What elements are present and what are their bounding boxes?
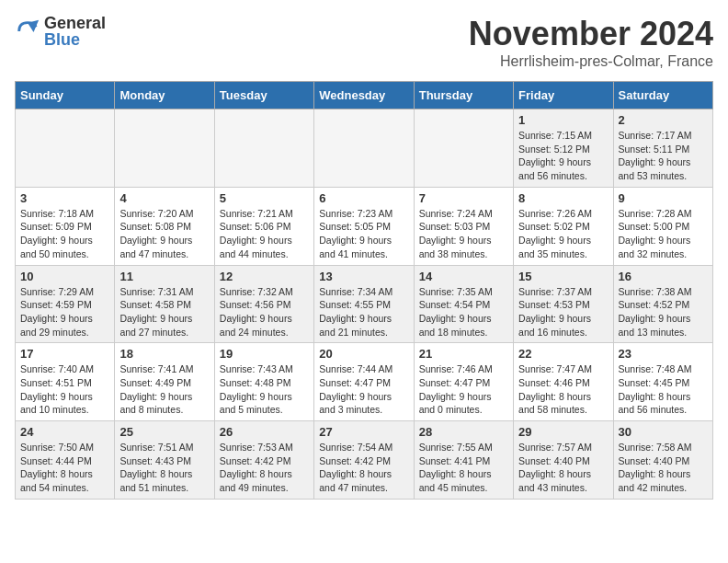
day-detail: Sunrise: 7:31 AM Sunset: 4:58 PM Dayligh…	[119, 285, 209, 339]
calendar-cell: 13Sunrise: 7:34 AM Sunset: 4:55 PM Dayli…	[314, 265, 414, 343]
calendar-cell: 11Sunrise: 7:31 AM Sunset: 4:58 PM Dayli…	[115, 265, 214, 343]
day-number: 25	[119, 425, 209, 439]
calendar-cell: 22Sunrise: 7:47 AM Sunset: 4:46 PM Dayli…	[514, 343, 613, 421]
calendar-body: 1Sunrise: 7:15 AM Sunset: 5:12 PM Daylig…	[16, 109, 713, 500]
calendar-week-row: 1Sunrise: 7:15 AM Sunset: 5:12 PM Daylig…	[16, 109, 713, 188]
day-number: 6	[319, 191, 408, 205]
calendar-cell: 9Sunrise: 7:28 AM Sunset: 5:00 PM Daylig…	[613, 187, 712, 265]
day-detail: Sunrise: 7:38 AM Sunset: 4:52 PM Dayligh…	[619, 285, 708, 339]
month-year-title: November 2024	[469, 15, 713, 53]
day-number: 13	[319, 270, 408, 283]
day-detail: Sunrise: 7:20 AM Sunset: 5:08 PM Dayligh…	[119, 207, 209, 261]
calendar-cell: 2Sunrise: 7:17 AM Sunset: 5:11 PM Daylig…	[613, 109, 712, 188]
day-detail: Sunrise: 7:23 AM Sunset: 5:05 PM Dayligh…	[319, 207, 408, 261]
weekday-header-saturday: Saturday	[613, 82, 712, 109]
day-detail: Sunrise: 7:28 AM Sunset: 5:00 PM Dayligh…	[619, 207, 708, 261]
day-detail: Sunrise: 7:57 AM Sunset: 4:40 PM Dayligh…	[518, 441, 608, 495]
day-detail: Sunrise: 7:40 AM Sunset: 4:51 PM Dayligh…	[20, 362, 109, 417]
day-detail: Sunrise: 7:55 AM Sunset: 4:41 PM Dayligh…	[419, 441, 508, 495]
day-detail: Sunrise: 7:29 AM Sunset: 4:59 PM Dayligh…	[20, 285, 109, 339]
day-detail: Sunrise: 7:18 AM Sunset: 5:09 PM Dayligh…	[20, 207, 109, 261]
calendar-cell: 28Sunrise: 7:55 AM Sunset: 4:41 PM Dayli…	[414, 421, 513, 500]
day-detail: Sunrise: 7:17 AM Sunset: 5:11 PM Dayligh…	[619, 129, 708, 183]
title-section: November 2024 Herrlisheim-pres-Colmar, F…	[469, 15, 713, 70]
calendar-week-row: 10Sunrise: 7:29 AM Sunset: 4:59 PM Dayli…	[16, 265, 713, 343]
calendar-cell: 21Sunrise: 7:46 AM Sunset: 4:47 PM Dayli…	[414, 343, 513, 421]
logo-icon	[15, 18, 40, 44]
day-number: 3	[20, 191, 109, 205]
calendar-cell: 5Sunrise: 7:21 AM Sunset: 5:06 PM Daylig…	[214, 187, 313, 265]
day-number: 9	[619, 191, 708, 205]
day-detail: Sunrise: 7:24 AM Sunset: 5:03 PM Dayligh…	[419, 207, 508, 261]
weekday-header-row: SundayMondayTuesdayWednesdayThursdayFrid…	[16, 82, 713, 109]
calendar-cell: 15Sunrise: 7:37 AM Sunset: 4:53 PM Dayli…	[514, 265, 613, 343]
day-number: 30	[619, 425, 708, 439]
day-number: 8	[518, 191, 608, 205]
day-detail: Sunrise: 7:50 AM Sunset: 4:44 PM Dayligh…	[20, 441, 109, 495]
calendar-cell: 30Sunrise: 7:58 AM Sunset: 4:40 PM Dayli…	[613, 421, 712, 500]
day-detail: Sunrise: 7:34 AM Sunset: 4:55 PM Dayligh…	[319, 285, 408, 339]
day-number: 27	[319, 425, 408, 439]
logo-blue: Blue	[44, 31, 106, 48]
day-number: 11	[119, 270, 209, 283]
logo: General Blue	[15, 15, 106, 48]
day-number: 26	[220, 425, 309, 439]
day-number: 23	[619, 347, 708, 361]
logo-general: General	[44, 15, 106, 31]
weekday-header-friday: Friday	[514, 82, 613, 109]
day-number: 15	[518, 270, 608, 283]
calendar-cell: 14Sunrise: 7:35 AM Sunset: 4:54 PM Dayli…	[414, 265, 513, 343]
calendar-week-row: 24Sunrise: 7:50 AM Sunset: 4:44 PM Dayli…	[16, 421, 713, 500]
calendar-cell: 12Sunrise: 7:32 AM Sunset: 4:56 PM Dayli…	[214, 265, 313, 343]
day-detail: Sunrise: 7:44 AM Sunset: 4:47 PM Dayligh…	[319, 362, 408, 417]
calendar-cell: 7Sunrise: 7:24 AM Sunset: 5:03 PM Daylig…	[414, 187, 513, 265]
day-detail: Sunrise: 7:15 AM Sunset: 5:12 PM Dayligh…	[518, 129, 608, 183]
calendar-cell: 4Sunrise: 7:20 AM Sunset: 5:08 PM Daylig…	[115, 187, 214, 265]
day-detail: Sunrise: 7:26 AM Sunset: 5:02 PM Dayligh…	[518, 207, 608, 261]
day-detail: Sunrise: 7:35 AM Sunset: 4:54 PM Dayligh…	[419, 285, 508, 339]
calendar-cell: 16Sunrise: 7:38 AM Sunset: 4:52 PM Dayli…	[613, 265, 712, 343]
day-detail: Sunrise: 7:48 AM Sunset: 4:45 PM Dayligh…	[619, 362, 708, 417]
weekday-header-sunday: Sunday	[16, 82, 115, 109]
calendar-cell: 20Sunrise: 7:44 AM Sunset: 4:47 PM Dayli…	[314, 343, 414, 421]
day-number: 28	[419, 425, 508, 439]
day-number: 16	[619, 270, 708, 283]
day-detail: Sunrise: 7:53 AM Sunset: 4:42 PM Dayligh…	[220, 441, 309, 495]
calendar-cell: 27Sunrise: 7:54 AM Sunset: 4:42 PM Dayli…	[314, 421, 414, 500]
calendar-cell: 17Sunrise: 7:40 AM Sunset: 4:51 PM Dayli…	[16, 343, 115, 421]
calendar-cell	[414, 109, 513, 188]
calendar-cell	[214, 109, 313, 188]
calendar-cell: 25Sunrise: 7:51 AM Sunset: 4:43 PM Dayli…	[115, 421, 214, 500]
day-number: 18	[119, 347, 209, 361]
day-number: 20	[319, 347, 408, 361]
day-number: 7	[419, 191, 508, 205]
day-number: 14	[419, 270, 508, 283]
day-number: 29	[518, 425, 608, 439]
day-detail: Sunrise: 7:58 AM Sunset: 4:40 PM Dayligh…	[619, 441, 708, 495]
calendar-cell: 18Sunrise: 7:41 AM Sunset: 4:49 PM Dayli…	[115, 343, 214, 421]
weekday-header-wednesday: Wednesday	[314, 82, 414, 109]
day-detail: Sunrise: 7:46 AM Sunset: 4:47 PM Dayligh…	[419, 362, 508, 417]
day-number: 12	[220, 270, 309, 283]
weekday-header-tuesday: Tuesday	[214, 82, 313, 109]
calendar-cell: 3Sunrise: 7:18 AM Sunset: 5:09 PM Daylig…	[16, 187, 115, 265]
day-number: 4	[119, 191, 209, 205]
calendar-cell: 26Sunrise: 7:53 AM Sunset: 4:42 PM Dayli…	[214, 421, 313, 500]
day-number: 19	[220, 347, 309, 361]
calendar-cell: 19Sunrise: 7:43 AM Sunset: 4:48 PM Dayli…	[214, 343, 313, 421]
page-header: General Blue November 2024 Herrlisheim-p…	[15, 15, 713, 70]
day-number: 17	[20, 347, 109, 361]
calendar-cell	[115, 109, 214, 188]
calendar-week-row: 3Sunrise: 7:18 AM Sunset: 5:09 PM Daylig…	[16, 187, 713, 265]
day-number: 10	[20, 270, 109, 283]
calendar-week-row: 17Sunrise: 7:40 AM Sunset: 4:51 PM Dayli…	[16, 343, 713, 421]
day-number: 22	[518, 347, 608, 361]
calendar-cell: 29Sunrise: 7:57 AM Sunset: 4:40 PM Dayli…	[514, 421, 613, 500]
calendar-cell: 6Sunrise: 7:23 AM Sunset: 5:05 PM Daylig…	[314, 187, 414, 265]
day-detail: Sunrise: 7:47 AM Sunset: 4:46 PM Dayligh…	[518, 362, 608, 417]
calendar-cell	[314, 109, 414, 188]
day-detail: Sunrise: 7:51 AM Sunset: 4:43 PM Dayligh…	[119, 441, 209, 495]
day-detail: Sunrise: 7:54 AM Sunset: 4:42 PM Dayligh…	[319, 441, 408, 495]
calendar-cell: 8Sunrise: 7:26 AM Sunset: 5:02 PM Daylig…	[514, 187, 613, 265]
day-detail: Sunrise: 7:43 AM Sunset: 4:48 PM Dayligh…	[220, 362, 309, 417]
